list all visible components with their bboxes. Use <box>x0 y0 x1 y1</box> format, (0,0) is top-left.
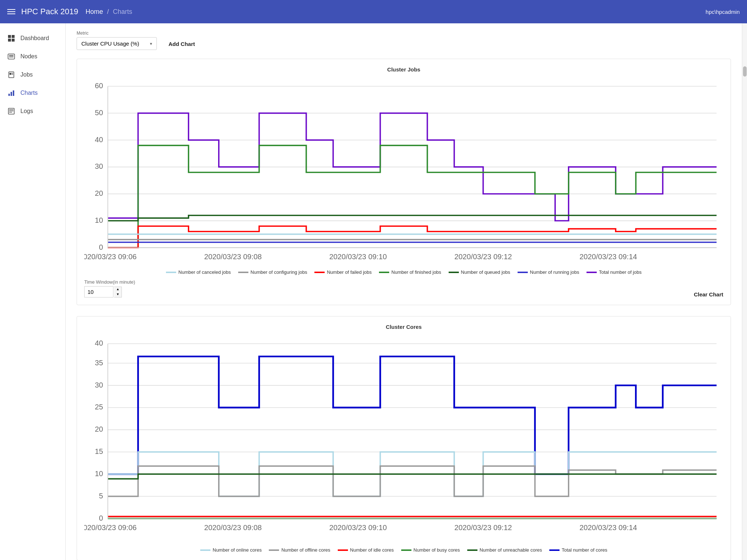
svg-text:20: 20 <box>95 189 103 197</box>
legend-label-total-cores: Total number of cores <box>562 547 607 553</box>
legend-label-running: Number of running jobs <box>530 269 579 275</box>
breadcrumb-separator: / <box>107 8 109 15</box>
sidebar-item-dashboard[interactable]: Dashboard <box>0 29 65 47</box>
sidebar-item-nodes[interactable]: Nodes <box>0 47 65 66</box>
sidebar-label-dashboard: Dashboard <box>20 35 49 42</box>
svg-text:5: 5 <box>99 492 103 500</box>
svg-rect-40 <box>238 272 248 273</box>
jobs-chart-legend: Number of canceled jobs Number of config… <box>84 269 723 275</box>
time-window-spinner: ▲ ▼ <box>114 287 122 298</box>
time-window-label: Time Window(in minute) <box>84 279 135 285</box>
metric-label: Metric <box>77 31 157 36</box>
jobs-chart-title: Cluster Jobs <box>84 66 723 73</box>
legend-label-offline: Number of offline cores <box>281 547 330 553</box>
breadcrumb-home[interactable]: Home <box>86 8 103 15</box>
scrollbar-thumb[interactable] <box>743 66 747 77</box>
time-window-wrap: Time Window(in minute) ▲ ▼ <box>84 279 135 298</box>
svg-rect-17 <box>9 112 12 113</box>
cores-chart-legend: Number of online cores Number of offline… <box>84 547 723 553</box>
time-window-section: Time Window(in minute) ▲ ▼ Clear Chart <box>84 279 723 298</box>
sidebar-label-nodes: Nodes <box>20 53 37 60</box>
legend-queued-jobs: Number of queued jobs <box>449 269 510 275</box>
jobs-chart-area: .axis-label { font-size: 11px; fill: #66… <box>84 76 723 266</box>
legend-configuring-jobs: Number of configuring jobs <box>238 269 307 275</box>
svg-text:2020/03/23 09:08: 2020/03/23 09:08 <box>204 524 262 532</box>
add-chart-button[interactable]: Add Chart <box>163 38 201 50</box>
chevron-down-icon: ▾ <box>150 41 152 46</box>
legend-online-cores: Number of online cores <box>200 547 262 553</box>
legend-offline-cores: Number of offline cores <box>269 547 330 553</box>
svg-text:2020/03/23 09:06: 2020/03/23 09:06 <box>84 253 136 261</box>
svg-rect-8 <box>9 73 11 75</box>
spinner-up-button[interactable]: ▲ <box>114 287 121 292</box>
metric-value: Cluster CPU Usage (%) <box>81 40 139 47</box>
svg-text:2020/03/23 09:10: 2020/03/23 09:10 <box>329 253 387 261</box>
user-info: hpc\hpcadmin <box>706 9 740 15</box>
sidebar-item-logs[interactable]: Logs <box>0 102 65 120</box>
dashboard-icon <box>7 34 15 42</box>
svg-text:20: 20 <box>95 425 103 433</box>
svg-rect-2 <box>8 39 11 42</box>
svg-rect-3 <box>12 39 15 42</box>
cores-chart-container: Cluster Cores .axis-label { font-size: 1… <box>77 316 731 560</box>
clear-chart-button[interactable]: Clear Chart <box>694 291 723 298</box>
svg-rect-5 <box>9 55 13 56</box>
legend-label-unreachable: Number of unreachable cores <box>480 547 542 553</box>
scrollbar-track[interactable] <box>742 23 747 560</box>
logs-icon <box>7 107 15 115</box>
legend-label-finished: Number of finished jobs <box>391 269 441 275</box>
breadcrumb-current: Charts <box>113 8 132 15</box>
svg-text:2020/03/23 09:12: 2020/03/23 09:12 <box>454 253 512 261</box>
svg-rect-13 <box>13 90 14 96</box>
legend-label-total: Total number of jobs <box>599 269 642 275</box>
time-window-input-wrap: ▲ ▼ <box>84 286 135 298</box>
app-header: HPC Pack 2019 Home / Charts hpc\hpcadmin <box>0 0 747 23</box>
svg-rect-0 <box>8 35 11 38</box>
svg-rect-39 <box>166 272 176 273</box>
cores-chart-title: Cluster Cores <box>84 324 723 330</box>
time-window-input[interactable] <box>84 286 113 298</box>
sidebar: Dashboard Nodes Jobs Charts <box>0 23 66 560</box>
legend-total-jobs: Total number of jobs <box>587 269 642 275</box>
toolbar: Metric Cluster CPU Usage (%) ▾ Add Chart <box>77 31 731 50</box>
menu-icon[interactable] <box>7 9 15 14</box>
jobs-chart-container: Cluster Jobs .axis-label { font-size: 11… <box>77 59 731 305</box>
cores-chart-svg: .axis-label { font-size: 11px; fill: #66… <box>84 334 723 542</box>
legend-label-configuring: Number of configuring jobs <box>251 269 307 275</box>
svg-rect-15 <box>9 109 13 110</box>
legend-busy-cores: Number of busy cores <box>401 547 460 553</box>
svg-text:2020/03/23 09:10: 2020/03/23 09:10 <box>329 524 387 532</box>
svg-text:2020/03/23 09:14: 2020/03/23 09:14 <box>580 253 637 261</box>
sidebar-item-charts[interactable]: Charts <box>0 84 65 102</box>
svg-text:2020/03/23 09:12: 2020/03/23 09:12 <box>454 524 512 532</box>
svg-text:60: 60 <box>95 82 103 90</box>
legend-label-busy: Number of busy cores <box>414 547 460 553</box>
main-content: Metric Cluster CPU Usage (%) ▾ Add Chart… <box>66 23 742 560</box>
svg-text:2020/03/23 09:08: 2020/03/23 09:08 <box>204 253 262 261</box>
legend-label-failed: Number of failed jobs <box>327 269 372 275</box>
legend-label-idle: Number of idle cores <box>350 547 394 553</box>
charts-icon <box>7 89 15 97</box>
svg-rect-1 <box>12 35 15 38</box>
svg-rect-12 <box>11 92 12 96</box>
sidebar-item-jobs[interactable]: Jobs <box>0 66 65 84</box>
svg-rect-76 <box>549 549 560 551</box>
metric-select-wrap: Metric Cluster CPU Usage (%) ▾ <box>77 31 157 50</box>
svg-text:10: 10 <box>95 470 103 478</box>
legend-idle-cores: Number of idle cores <box>338 547 394 553</box>
sidebar-label-charts: Charts <box>20 90 38 96</box>
svg-rect-41 <box>314 272 325 273</box>
legend-label-canceled: Number of canceled jobs <box>178 269 231 275</box>
app-title: HPC Pack 2019 <box>21 7 78 16</box>
svg-text:2020/03/23 09:14: 2020/03/23 09:14 <box>580 524 637 532</box>
svg-text:0: 0 <box>99 243 103 251</box>
svg-text:2020/03/23 09:06: 2020/03/23 09:06 <box>84 524 136 532</box>
svg-text:35: 35 <box>95 359 103 367</box>
legend-failed-jobs: Number of failed jobs <box>314 269 372 275</box>
main-layout: Dashboard Nodes Jobs Charts <box>0 23 747 560</box>
metric-select[interactable]: Cluster CPU Usage (%) ▾ <box>77 37 157 50</box>
svg-text:30: 30 <box>95 381 103 389</box>
svg-text:30: 30 <box>95 162 103 170</box>
spinner-down-button[interactable]: ▼ <box>114 292 121 297</box>
svg-rect-16 <box>9 111 13 112</box>
